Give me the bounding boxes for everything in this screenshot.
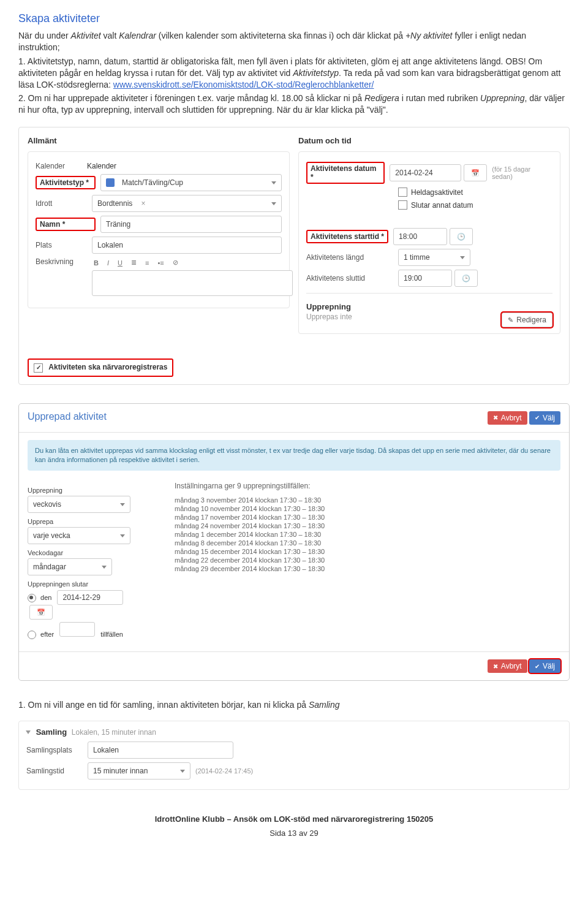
- chevron-down-icon[interactable]: [26, 730, 31, 734]
- input-sluttid[interactable]: 19:00: [398, 270, 452, 287]
- input-samlingsplats[interactable]: Lokalen: [88, 742, 233, 759]
- occurrences-header: Inställningarna ger 9 upprepningstillfäl…: [175, 482, 560, 490]
- samling-panel: Samling Lokalen, 15 minuter innan Samlin…: [18, 721, 570, 790]
- checkbox-narvaro[interactable]: [34, 363, 43, 373]
- avbryt-button-footer[interactable]: Avbryt: [488, 659, 527, 673]
- label-datum: Aktivitetens datum *: [306, 162, 385, 184]
- label-heldag: Heldagsaktivitet: [411, 188, 463, 197]
- label-aktivitetstyp: Aktivitetstyp *: [36, 176, 96, 189]
- list-item-samling: 1. Om ni vill ange en tid för samling, i…: [18, 699, 570, 711]
- upprepad-aktivitet-modal: Upprepad aktivitet Avbryt Välj Du kan lå…: [18, 403, 570, 681]
- select-value: Match/Tävling/Cup: [122, 175, 183, 191]
- occurrence-line: måndag 3 november 2014 klockan 17:30 – 1…: [175, 496, 560, 504]
- text-italic: Redigera: [364, 93, 399, 103]
- input-tillfallen[interactable]: [59, 622, 95, 637]
- modal-info-text: Du kan låta en aktivitet upprepas vid sa…: [28, 440, 560, 471]
- page-title: Skapa aktiviteter: [18, 12, 570, 25]
- text: När du under: [18, 31, 71, 40]
- valj-button-footer[interactable]: Välj: [529, 659, 560, 673]
- select-value: veckovis: [33, 496, 61, 512]
- text: i rutan med rubriken: [399, 93, 480, 103]
- checkbox-slutar-annat[interactable]: [398, 200, 407, 210]
- button-label: Redigera: [516, 316, 546, 324]
- label-upprepa: Upprepa: [28, 518, 150, 525]
- text-italic: Aktivitet: [71, 31, 101, 40]
- label-kalender: Kalender: [36, 162, 87, 170]
- text: (vilken kalender som aktiviteterna ska f…: [156, 31, 405, 40]
- clock-icon[interactable]: [450, 228, 473, 245]
- richtext-toolbar[interactable]: BIU≣≡•≡⊘: [92, 257, 282, 268]
- samling-head: Samling: [36, 727, 67, 737]
- select-samlingstid[interactable]: 15 minuter innan: [88, 762, 190, 780]
- value-kalender: Kalender: [87, 162, 116, 170]
- occurrence-line: måndag 22 december 2014 klockan 17:30 – …: [175, 556, 560, 564]
- label-sluttid: Aktivitetens sluttid: [306, 274, 398, 283]
- radio-efter[interactable]: [28, 631, 36, 639]
- occurrence-line: måndag 29 december 2014 klockan 17:30 – …: [175, 565, 560, 572]
- narvaro-highlight: Aktiviteten ska närvaroregistreras: [28, 358, 173, 376]
- lok-rules-link[interactable]: www.svenskidrott.se/Ekonomisktstod/LOK-s…: [113, 80, 374, 89]
- text-italic: +Ny aktivitet: [405, 31, 453, 40]
- samlingstid-note: (2014-02-24 17:45): [195, 767, 253, 775]
- label-den: den: [40, 594, 51, 601]
- input-plats[interactable]: Lokalen: [92, 237, 282, 254]
- upprepning-status: Upprepas inte: [306, 313, 352, 321]
- occurrences-list: måndag 3 november 2014 klockan 17:30 – 1…: [175, 496, 560, 572]
- occurrence-line: måndag 17 november 2014 klockan 17:30 – …: [175, 514, 560, 521]
- clear-icon[interactable]: ×: [141, 195, 145, 211]
- text-italic: Kalendrar: [119, 31, 156, 40]
- label-slutar-annat: Slutar annat datum: [411, 201, 473, 210]
- select-upprepning[interactable]: veckovis: [28, 496, 130, 513]
- occurrence-line: måndag 24 november 2014 klockan 17:30 – …: [175, 522, 560, 529]
- clock-icon[interactable]: [454, 270, 478, 287]
- calendar-icon[interactable]: [464, 164, 487, 181]
- input-starttid[interactable]: 18:00: [393, 228, 447, 245]
- select-value: 1 timme: [404, 249, 430, 265]
- radio-den[interactable]: [28, 594, 36, 602]
- section-datumtid: Datum och tid: [298, 136, 560, 145]
- select-veckodagar[interactable]: måndagar: [28, 558, 112, 575]
- select-upprepa[interactable]: varje vecka: [28, 527, 130, 544]
- list-item-1: 1. Aktivitetstyp, namn, datum, starttid …: [18, 56, 570, 91]
- label-narvaro: Aktiviteten ska närvaroregistreras: [48, 363, 167, 371]
- valj-button[interactable]: Välj: [529, 411, 560, 425]
- avbryt-button[interactable]: Avbryt: [488, 411, 527, 425]
- date-relative-note: (för 15 dagar sedan): [492, 165, 552, 180]
- text-italic: Aktivitetstyp: [293, 68, 339, 78]
- select-value: måndagar: [33, 559, 66, 575]
- checkbox-heldag[interactable]: [398, 188, 407, 197]
- label-starttid: Aktivitetens starttid *: [306, 230, 388, 243]
- color-swatch-icon: [106, 178, 115, 187]
- textarea-beskrivning[interactable]: [92, 270, 293, 296]
- select-langd[interactable]: 1 timme: [398, 249, 470, 266]
- label-tillfallen: tillfällen: [100, 631, 123, 638]
- select-idrott[interactable]: Bordtennis×: [92, 195, 282, 212]
- input-slut-date[interactable]: 2014-12-29: [57, 590, 123, 605]
- label-plats: Plats: [36, 241, 87, 249]
- list-item-2: 2. Om ni har upprepade aktiviteter i för…: [18, 93, 570, 116]
- text-italic: Samling: [309, 700, 340, 710]
- occurrence-line: måndag 1 december 2014 klockan 17:30 – 1…: [175, 531, 560, 538]
- modal-title: Upprepad aktivitet: [28, 411, 107, 422]
- occurrence-line: måndag 15 december 2014 klockan 17:30 – …: [175, 548, 560, 555]
- select-value: varje vecka: [33, 528, 70, 544]
- page-number: Sida 13 av 29: [18, 829, 570, 838]
- select-aktivitetstyp[interactable]: Match/Tävling/Cup: [100, 174, 282, 191]
- text-italic: Upprepning: [480, 93, 524, 103]
- label-beskrivning: Beskrivning: [36, 257, 87, 266]
- label-namn: Namn *: [36, 218, 96, 231]
- select-value: 15 minuter innan: [93, 763, 148, 779]
- text: valt: [101, 31, 119, 40]
- calendar-icon[interactable]: [29, 605, 53, 620]
- label-upprepning: Upprepning: [28, 487, 150, 494]
- input-namn[interactable]: Träning: [100, 216, 282, 233]
- label-samlingstid: Samlingstid: [26, 767, 88, 775]
- label-samlingsplats: Samlingsplats: [26, 746, 88, 754]
- label-upprepning-slutar: Upprepningen slutar: [28, 580, 150, 588]
- samling-sub: Lokalen, 15 minuter innan: [72, 728, 156, 737]
- button-label: Välj: [543, 662, 555, 670]
- redigera-button[interactable]: Redigera: [502, 313, 552, 327]
- input-datum[interactable]: 2014-02-24: [390, 164, 461, 181]
- text: 1. Om ni vill ange en tid för samling, i…: [18, 700, 309, 710]
- occurrence-line: måndag 8 december 2014 klockan 17:30 – 1…: [175, 539, 560, 547]
